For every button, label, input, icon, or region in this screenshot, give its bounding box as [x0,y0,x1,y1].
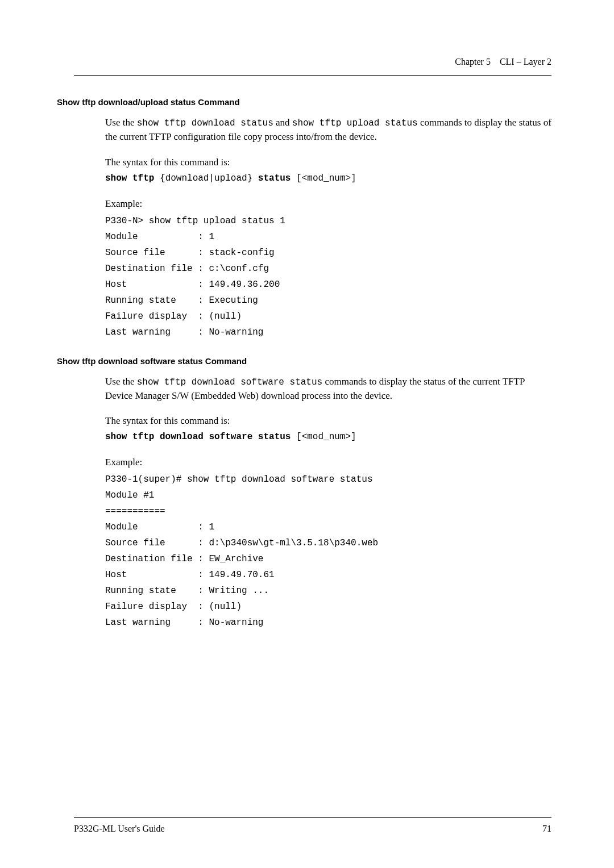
syntax-bold2: status [258,173,291,183]
syntax-plain1: {download|upload} [154,173,258,183]
page-footer: P332G-ML User's Guide 71 [74,817,551,834]
section1-intro: Use the show tftp download status and sh… [105,116,551,144]
chapter-label: Chapter 5 [455,57,491,66]
chapter-subtitle: CLI – Layer 2 [500,57,551,66]
header-divider [74,75,551,76]
intro-text-pre: Use the [105,117,137,128]
section1-example-code: P330-N> show tftp upload status 1 Module… [105,213,551,340]
footer-divider [74,817,551,818]
intro-text-mid: and [273,117,292,128]
intro2-code: show tftp download software status [137,377,322,387]
section1-title: Show tftp download/upload status Command [57,97,551,107]
section2-syntax-code: show tftp download software status [<mod… [105,430,551,444]
intro-code1: show tftp download status [137,118,273,128]
page-header: Chapter 5 CLI – Layer 2 [74,57,551,67]
section2-intro: Use the show tftp download software stat… [105,375,551,403]
intro2-text-pre: Use the [105,376,137,387]
syntax-plain2: [<mod_num>] [291,173,356,183]
section1-syntax-code: show tftp {download|upload} status [<mod… [105,172,551,186]
section2-title: Show tftp download software status Comma… [57,356,551,366]
section1-example-label: Example: [105,198,551,210]
footer-left: P332G-ML User's Guide [74,824,165,834]
intro-code2: show tftp upload status [292,118,418,128]
section2-syntax-label: The syntax for this command is: [105,415,551,427]
syntax2-plain1: [<mod_num>] [291,432,356,442]
section2-example-code: P330-1(super)# show tftp download softwa… [105,471,551,631]
section1-syntax-label: The syntax for this command is: [105,157,551,168]
section2-example-label: Example: [105,457,551,468]
footer-page-number: 71 [542,824,551,834]
syntax2-bold1: show tftp download software status [105,432,291,442]
syntax-bold1: show tftp [105,173,154,183]
